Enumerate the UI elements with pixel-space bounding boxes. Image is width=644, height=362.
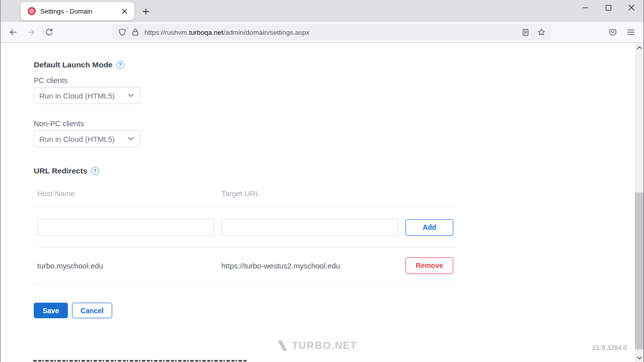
add-button[interactable]: Add (406, 219, 453, 236)
turbo-logo-icon (278, 340, 287, 351)
redirects-table: Host Name Target URL Add turbo.myschool.… (34, 185, 457, 284)
pocket-icon[interactable] (605, 24, 621, 40)
url-path: /admin/domain/settings.aspx (223, 29, 309, 36)
version-number: 21.9.3284.0 (592, 344, 627, 351)
forward-icon[interactable] (23, 24, 39, 40)
turbo-favicon-icon (28, 7, 36, 15)
nonpc-clients-label: Non-PC clients (34, 119, 643, 128)
url-text[interactable]: https://rushvm.turboqa.net/admin/domain/… (144, 29, 518, 36)
pc-clients-label: PC clients (34, 76, 643, 84)
scroll-down-icon[interactable] (635, 353, 643, 362)
browser-window: Settings - Domain (0, 0, 644, 362)
url-bar[interactable]: https://rushvm.turboqa.net/admin/domain/… (112, 24, 551, 40)
close-window-button[interactable] (620, 0, 643, 15)
nonpc-clients-value: Run in Cloud (HTML5) (39, 135, 115, 143)
target-url-input[interactable] (221, 219, 398, 236)
clipped-text-row (33, 360, 248, 361)
save-button[interactable]: Save (34, 303, 68, 318)
page-footer: TURBO.NET 21.9.3284.0 (1, 340, 634, 354)
redirect-table-row: turbo.myschool.edu https://turbo-westus2… (34, 247, 457, 284)
cancel-button[interactable]: Cancel (72, 303, 112, 318)
redirect-target-cell: https://turbo-westus2.myschool.edu (221, 261, 402, 270)
chevron-down-icon (128, 137, 134, 141)
back-icon[interactable] (5, 24, 21, 40)
turbo-net-logo: TURBO.NET (1, 340, 634, 351)
redirect-add-row: Add (34, 219, 457, 236)
tab-settings-domain[interactable]: Settings - Domain (21, 2, 134, 20)
scroll-up-icon[interactable] (635, 43, 643, 52)
reload-icon[interactable] (41, 24, 57, 40)
url-scheme-host: https://rushvm. (144, 29, 189, 36)
window-controls (574, 0, 643, 15)
redirects-table-header: Host Name Target URL (34, 185, 457, 207)
pc-clients-value: Run in Cloud (HTML5) (39, 92, 115, 100)
brand-name: TURBO.NET (292, 340, 357, 351)
reader-view-icon[interactable] (518, 24, 532, 40)
remove-button[interactable]: Remove (406, 257, 453, 274)
url-redirects-help-icon[interactable]: ? (91, 167, 99, 175)
navigation-toolbar: https://rushvm.turboqa.net/admin/domain/… (1, 22, 643, 43)
new-tab-button[interactable] (138, 4, 153, 19)
form-actions: Save Cancel (34, 303, 643, 318)
tab-title: Settings - Domain (40, 8, 118, 15)
url-redirects-heading: URL Redirects ? (34, 166, 643, 175)
bookmark-star-icon[interactable] (534, 24, 548, 40)
default-launch-mode-title: Default Launch Mode (34, 60, 113, 69)
vertical-scrollbar[interactable] (635, 43, 643, 362)
tab-close-icon[interactable] (118, 5, 130, 17)
pc-clients-select[interactable]: Run in Cloud (HTML5) (34, 87, 140, 104)
scrollbar-thumb[interactable] (635, 193, 643, 349)
column-host-name: Host Name (37, 185, 218, 198)
nonpc-clients-select[interactable]: Run in Cloud (HTML5) (34, 130, 140, 147)
tab-bar: Settings - Domain (1, 0, 643, 22)
page-content: Default Launch Mode ? PC clients Run in … (1, 43, 643, 361)
host-name-input[interactable] (37, 219, 214, 236)
url-redirects-title: URL Redirects (34, 166, 88, 175)
minimize-button[interactable] (574, 0, 597, 15)
launch-mode-help-icon[interactable]: ? (116, 61, 124, 69)
redirect-host-cell: turbo.myschool.edu (37, 261, 218, 270)
chevron-down-icon (128, 94, 134, 98)
menu-hamburger-icon[interactable] (623, 24, 639, 40)
maximize-button[interactable] (597, 0, 620, 15)
column-target-url: Target URL (221, 185, 402, 198)
default-launch-mode-heading: Default Launch Mode ? (34, 60, 643, 69)
tracking-protection-shield-icon[interactable] (118, 28, 126, 36)
url-domain: turboqa.net (189, 29, 223, 36)
lock-icon[interactable] (131, 28, 139, 36)
